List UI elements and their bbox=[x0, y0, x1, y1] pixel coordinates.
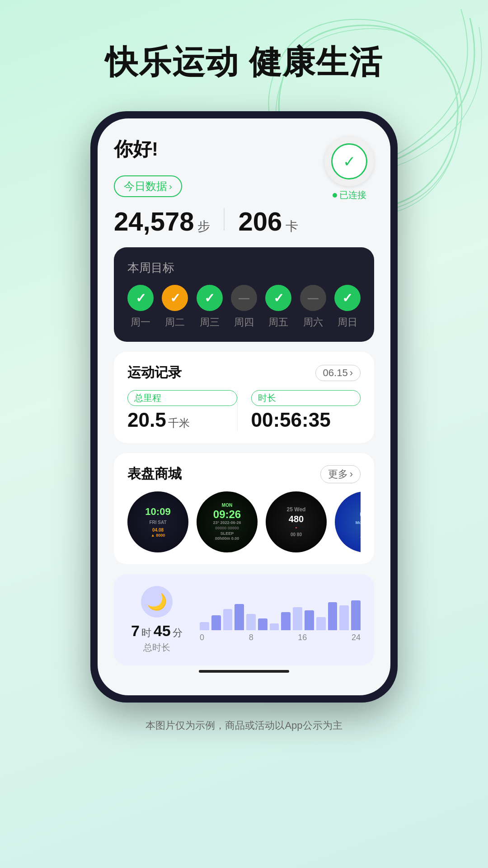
distance-value-row: 20.5 千米 bbox=[127, 409, 237, 431]
watch-face-3[interactable]: 25 Wed 480 • 00 80 bbox=[266, 491, 327, 552]
today-data-label: 今日数据 bbox=[124, 179, 167, 193]
duration-stat: 时长 00:56:35 bbox=[237, 390, 361, 431]
day-label-tue: 周二 bbox=[165, 316, 185, 329]
day-circle-wed: ✓ bbox=[197, 285, 223, 311]
day-circle-fri: ✓ bbox=[265, 285, 291, 311]
bar-6 bbox=[258, 618, 267, 630]
wf4-content: 10 08 Mon 06.26 🚀 bbox=[354, 503, 361, 542]
weekly-goal-card: 本周目标 ✓ 周一 ✓ 周二 ✓ 周三 bbox=[114, 247, 374, 342]
day-circle-thu: — bbox=[231, 285, 257, 311]
sleep-minutes-unit: 分 bbox=[173, 627, 183, 638]
day-circle-sun: ✓ bbox=[334, 285, 361, 311]
watch-face-4[interactable]: 10 08 Mon 06.26 🚀 bbox=[335, 491, 361, 552]
store-title: 表盘商城 bbox=[127, 465, 182, 483]
sleep-hours: 7 bbox=[131, 622, 140, 639]
day-item-fri: ✓ 周五 bbox=[265, 285, 291, 329]
sleep-info: 🌙 7 时 45 分 总时长 bbox=[127, 586, 186, 654]
distance-label: 总里程 bbox=[127, 390, 237, 406]
record-card-header: 运动记录 06.15 › bbox=[127, 363, 361, 382]
day-item-sun: ✓ 周日 bbox=[334, 285, 361, 329]
header-row: 你好! 今日数据 › ✓ 已连接 bbox=[114, 137, 374, 204]
sleep-hours-unit: 时 bbox=[141, 627, 151, 638]
duration-label: 时长 bbox=[251, 390, 361, 406]
bar-2 bbox=[211, 615, 221, 630]
disclaimer-text: 本图片仅为示例，商品或活动以App公示为主 bbox=[145, 719, 342, 732]
stat-divider bbox=[224, 208, 225, 231]
days-row: ✓ 周一 ✓ 周二 ✓ 周三 — bbox=[127, 285, 361, 329]
chart-label-8: 8 bbox=[249, 633, 253, 642]
day-item-thu: — 周四 bbox=[231, 285, 257, 329]
today-data-button[interactable]: 今日数据 › bbox=[114, 175, 182, 197]
day-label-wed: 周三 bbox=[200, 316, 220, 329]
watch-face-2[interactable]: MON 09:26 23° 2022-06-26 00000 00000 SLE… bbox=[197, 491, 258, 552]
bar-4 bbox=[235, 604, 244, 630]
bar-9 bbox=[293, 607, 302, 630]
distance-unit: 千米 bbox=[168, 417, 190, 429]
chart-labels: 0 8 16 24 bbox=[200, 633, 361, 642]
exercise-record-card: 运动记录 06.15 › 总里程 20.5 千米 bbox=[114, 352, 374, 443]
screen-inner: 你好! 今日数据 › ✓ 已连接 bbox=[98, 118, 390, 695]
chart-label-24: 24 bbox=[352, 633, 361, 642]
stats-row: 24,578 步 206 卡 bbox=[114, 206, 374, 236]
weekly-goal-title: 本周目标 bbox=[127, 260, 361, 276]
record-stats: 总里程 20.5 千米 时长 00:56:35 bbox=[127, 390, 361, 431]
bar-14 bbox=[351, 600, 361, 630]
wf1-content: 10:09 FRI SAT 04.08 ▲ 8000 bbox=[143, 504, 172, 540]
chevron-right-icon: › bbox=[169, 181, 172, 192]
bar-10 bbox=[305, 610, 314, 630]
day-label-sun: 周日 bbox=[338, 316, 357, 329]
record-title: 运动记录 bbox=[127, 363, 182, 382]
greeting-text: 你好! bbox=[114, 137, 182, 162]
connected-status: 已连接 bbox=[333, 189, 366, 201]
duration-value-row: 00:56:35 bbox=[251, 409, 361, 431]
watch-face-1[interactable]: 10:09 FRI SAT 04.08 ▲ 8000 bbox=[127, 491, 188, 552]
bar-3 bbox=[223, 609, 233, 630]
store-card-header: 表盘商城 更多 › bbox=[127, 465, 361, 483]
chart-label-0: 0 bbox=[200, 633, 204, 642]
day-label-sat: 周六 bbox=[303, 316, 323, 329]
calories-unit: 卡 bbox=[286, 218, 298, 235]
day-item-mon: ✓ 周一 bbox=[127, 285, 154, 329]
wf2-content: MON 09:26 23° 2022-06-26 00000 00000 SLE… bbox=[211, 500, 243, 543]
bar-5 bbox=[246, 614, 256, 631]
phone-screen: 你好! 今日数据 › ✓ 已连接 bbox=[98, 118, 390, 695]
sleep-card: 🌙 7 时 45 分 总时长 bbox=[114, 574, 374, 665]
steps-unit: 步 bbox=[197, 218, 210, 235]
day-circle-mon: ✓ bbox=[127, 285, 154, 311]
bar-1 bbox=[200, 622, 209, 630]
chevron-right-icon-2: › bbox=[350, 367, 353, 379]
store-more-button[interactable]: 更多 › bbox=[320, 465, 361, 483]
day-label-fri: 周五 bbox=[268, 316, 288, 329]
chart-label-16: 16 bbox=[298, 633, 307, 642]
watch-store-card: 表盘商城 更多 › 10:09 FRI SAT 04.08 ▲ 8000 bbox=[114, 453, 374, 564]
sleep-chart: 0 8 16 24 bbox=[200, 597, 361, 642]
watch-faces-row: 10:09 FRI SAT 04.08 ▲ 8000 MON 09:26 23°… bbox=[127, 491, 361, 552]
watch-circle: ✓ bbox=[324, 137, 374, 186]
home-indicator bbox=[199, 670, 289, 673]
day-circle-tue: ✓ bbox=[162, 285, 188, 311]
day-circle-sat: — bbox=[300, 285, 326, 311]
bar-8 bbox=[281, 612, 291, 630]
more-label: 更多 bbox=[328, 467, 348, 481]
calories-value: 206 bbox=[238, 206, 282, 236]
bars-container bbox=[200, 597, 361, 630]
bar-7 bbox=[270, 623, 279, 630]
wf3-content: 25 Wed 480 • 00 80 bbox=[285, 505, 308, 540]
sleep-minutes: 45 bbox=[154, 622, 171, 639]
phone-shell: 你好! 今日数据 › ✓ 已连接 bbox=[90, 111, 398, 703]
sleep-icon: 🌙 bbox=[141, 586, 173, 618]
chevron-right-icon-3: › bbox=[350, 468, 353, 480]
app-headline: 快乐运动 健康生活 bbox=[105, 41, 383, 84]
record-date-button[interactable]: 06.15 › bbox=[315, 365, 361, 381]
sleep-total-label: 总时长 bbox=[143, 642, 170, 654]
day-label-mon: 周一 bbox=[131, 316, 150, 329]
watch-inner-circle: ✓ bbox=[331, 143, 367, 179]
watch-check-icon: ✓ bbox=[343, 152, 356, 170]
steps-stat: 24,578 步 bbox=[114, 206, 210, 236]
calories-stat: 206 卡 bbox=[238, 206, 298, 236]
connected-dot bbox=[333, 193, 337, 198]
bar-12 bbox=[328, 602, 338, 630]
day-item-sat: — 周六 bbox=[300, 285, 326, 329]
distance-value: 20.5 bbox=[127, 409, 166, 431]
steps-value: 24,578 bbox=[114, 206, 194, 236]
